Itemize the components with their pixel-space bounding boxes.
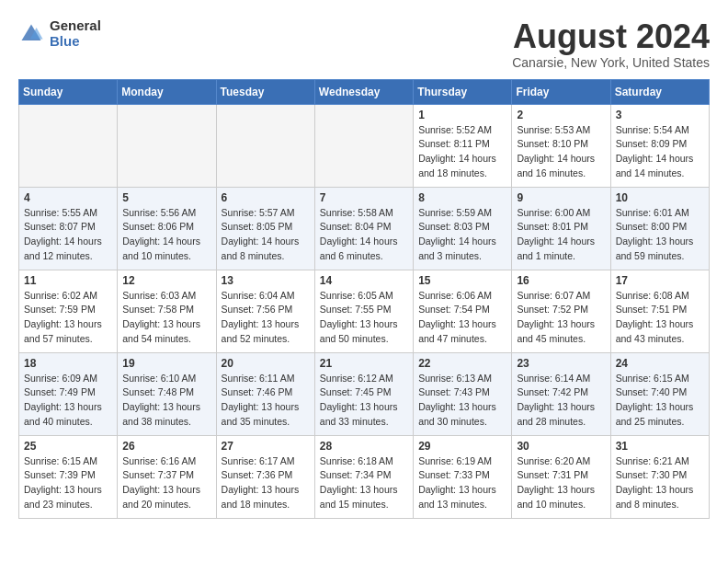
day-number: 18 — [24, 357, 112, 370]
day-number: 8 — [418, 191, 506, 204]
day-header-wednesday: Wednesday — [314, 79, 413, 104]
calendar-cell: 12Sunrise: 6:03 AMSunset: 7:58 PMDayligh… — [118, 270, 216, 352]
logo-icon — [18, 21, 44, 47]
day-number: 24 — [616, 357, 704, 370]
week-row-5: 25Sunrise: 6:15 AMSunset: 7:39 PMDayligh… — [19, 435, 710, 518]
calendar-cell: 16Sunrise: 6:07 AMSunset: 7:52 PMDayligh… — [512, 270, 610, 352]
day-info: Sunrise: 6:00 AMSunset: 8:01 PMDaylight:… — [517, 206, 605, 264]
calendar-cell: 3Sunrise: 5:54 AMSunset: 8:09 PMDaylight… — [610, 104, 709, 187]
day-info: Sunrise: 6:20 AMSunset: 7:31 PMDaylight:… — [517, 454, 605, 512]
day-info: Sunrise: 6:02 AMSunset: 7:59 PMDaylight:… — [24, 289, 112, 347]
calendar-cell: 17Sunrise: 6:08 AMSunset: 7:51 PMDayligh… — [610, 270, 709, 352]
day-header-friday: Friday — [512, 79, 610, 104]
calendar-cell — [19, 104, 118, 187]
day-info: Sunrise: 6:14 AMSunset: 7:42 PMDaylight:… — [517, 372, 605, 430]
day-info: Sunrise: 6:03 AMSunset: 7:58 PMDaylight:… — [122, 289, 210, 347]
month-title: August 2024 — [512, 18, 710, 55]
calendar-cell: 22Sunrise: 6:13 AMSunset: 7:43 PMDayligh… — [414, 352, 512, 435]
day-number: 12 — [122, 274, 210, 287]
calendar-cell: 28Sunrise: 6:18 AMSunset: 7:34 PMDayligh… — [314, 435, 413, 518]
day-number: 26 — [122, 440, 210, 453]
header-row: SundayMondayTuesdayWednesdayThursdayFrid… — [19, 79, 710, 104]
day-info: Sunrise: 5:54 AMSunset: 8:09 PMDaylight:… — [616, 123, 704, 181]
calendar-cell: 20Sunrise: 6:11 AMSunset: 7:46 PMDayligh… — [216, 352, 314, 435]
day-number: 9 — [517, 191, 605, 204]
week-row-4: 18Sunrise: 6:09 AMSunset: 7:49 PMDayligh… — [19, 352, 710, 435]
calendar-cell: 14Sunrise: 6:05 AMSunset: 7:55 PMDayligh… — [314, 270, 413, 352]
day-number: 21 — [320, 357, 408, 370]
day-number: 22 — [418, 357, 506, 370]
day-info: Sunrise: 6:17 AMSunset: 7:36 PMDaylight:… — [222, 454, 310, 512]
day-number: 1 — [418, 109, 506, 121]
day-number: 23 — [517, 357, 605, 370]
calendar-cell: 21Sunrise: 6:12 AMSunset: 7:45 PMDayligh… — [314, 352, 413, 435]
calendar-cell: 6Sunrise: 5:57 AMSunset: 8:05 PMDaylight… — [216, 187, 314, 270]
calendar-cell: 19Sunrise: 6:10 AMSunset: 7:48 PMDayligh… — [118, 352, 216, 435]
day-number: 28 — [320, 440, 408, 453]
day-info: Sunrise: 5:58 AMSunset: 8:04 PMDaylight:… — [320, 206, 408, 264]
day-info: Sunrise: 6:18 AMSunset: 7:34 PMDaylight:… — [320, 454, 408, 512]
calendar-cell: 13Sunrise: 6:04 AMSunset: 7:56 PMDayligh… — [216, 270, 314, 352]
day-header-sunday: Sunday — [19, 79, 118, 104]
day-header-saturday: Saturday — [610, 79, 709, 104]
day-number: 2 — [517, 109, 605, 121]
day-info: Sunrise: 6:15 AMSunset: 7:39 PMDaylight:… — [24, 454, 112, 512]
day-number: 14 — [320, 274, 408, 287]
calendar-cell: 2Sunrise: 5:53 AMSunset: 8:10 PMDaylight… — [512, 104, 610, 187]
day-number: 5 — [122, 191, 210, 204]
calendar-cell: 8Sunrise: 5:59 AMSunset: 8:03 PMDaylight… — [414, 187, 512, 270]
calendar-cell: 27Sunrise: 6:17 AMSunset: 7:36 PMDayligh… — [216, 435, 314, 518]
day-info: Sunrise: 5:57 AMSunset: 8:05 PMDaylight:… — [222, 206, 310, 264]
day-info: Sunrise: 6:09 AMSunset: 7:49 PMDaylight:… — [24, 372, 112, 430]
location-title: Canarsie, New York, United States — [512, 55, 710, 70]
calendar-cell: 24Sunrise: 6:15 AMSunset: 7:40 PMDayligh… — [610, 352, 709, 435]
day-number: 19 — [122, 357, 210, 370]
logo-text: General Blue — [50, 18, 101, 49]
day-info: Sunrise: 6:05 AMSunset: 7:55 PMDaylight:… — [320, 289, 408, 347]
calendar-cell: 29Sunrise: 6:19 AMSunset: 7:33 PMDayligh… — [414, 435, 512, 518]
logo-general-text: General — [50, 18, 101, 34]
calendar-cell: 30Sunrise: 6:20 AMSunset: 7:31 PMDayligh… — [512, 435, 610, 518]
title-area: August 2024 Canarsie, New York, United S… — [512, 18, 710, 70]
day-number: 15 — [418, 274, 506, 287]
calendar-cell: 10Sunrise: 6:01 AMSunset: 8:00 PMDayligh… — [610, 187, 709, 270]
day-info: Sunrise: 6:16 AMSunset: 7:37 PMDaylight:… — [122, 454, 210, 512]
calendar-cell: 11Sunrise: 6:02 AMSunset: 7:59 PMDayligh… — [19, 270, 118, 352]
day-info: Sunrise: 5:59 AMSunset: 8:03 PMDaylight:… — [418, 206, 506, 264]
day-info: Sunrise: 6:12 AMSunset: 7:45 PMDaylight:… — [320, 372, 408, 430]
day-info: Sunrise: 6:15 AMSunset: 7:40 PMDaylight:… — [616, 372, 704, 430]
page-header: General Blue August 2024 Canarsie, New Y… — [18, 18, 710, 70]
day-header-monday: Monday — [118, 79, 216, 104]
calendar-cell: 31Sunrise: 6:21 AMSunset: 7:30 PMDayligh… — [610, 435, 709, 518]
day-info: Sunrise: 5:55 AMSunset: 8:07 PMDaylight:… — [24, 206, 112, 264]
day-info: Sunrise: 6:19 AMSunset: 7:33 PMDaylight:… — [418, 454, 506, 512]
calendar-cell: 26Sunrise: 6:16 AMSunset: 7:37 PMDayligh… — [118, 435, 216, 518]
day-number: 30 — [517, 440, 605, 453]
day-number: 7 — [320, 191, 408, 204]
calendar-cell: 7Sunrise: 5:58 AMSunset: 8:04 PMDaylight… — [314, 187, 413, 270]
day-info: Sunrise: 5:52 AMSunset: 8:11 PMDaylight:… — [418, 123, 506, 181]
calendar-cell: 9Sunrise: 6:00 AMSunset: 8:01 PMDaylight… — [512, 187, 610, 270]
week-row-3: 11Sunrise: 6:02 AMSunset: 7:59 PMDayligh… — [19, 270, 710, 352]
day-number: 3 — [616, 109, 704, 121]
calendar-table: SundayMondayTuesdayWednesdayThursdayFrid… — [18, 79, 710, 519]
calendar-cell: 1Sunrise: 5:52 AMSunset: 8:11 PMDaylight… — [414, 104, 512, 187]
day-info: Sunrise: 5:53 AMSunset: 8:10 PMDaylight:… — [517, 123, 605, 181]
calendar-cell — [216, 104, 314, 187]
calendar-cell: 5Sunrise: 5:56 AMSunset: 8:06 PMDaylight… — [118, 187, 216, 270]
day-number: 4 — [24, 191, 112, 204]
calendar-cell: 15Sunrise: 6:06 AMSunset: 7:54 PMDayligh… — [414, 270, 512, 352]
day-info: Sunrise: 6:13 AMSunset: 7:43 PMDaylight:… — [418, 372, 506, 430]
day-info: Sunrise: 6:06 AMSunset: 7:54 PMDaylight:… — [418, 289, 506, 347]
day-number: 31 — [616, 440, 704, 453]
day-number: 20 — [222, 357, 310, 370]
day-info: Sunrise: 6:07 AMSunset: 7:52 PMDaylight:… — [517, 289, 605, 347]
day-info: Sunrise: 6:11 AMSunset: 7:46 PMDaylight:… — [222, 372, 310, 430]
day-info: Sunrise: 6:08 AMSunset: 7:51 PMDaylight:… — [616, 289, 704, 347]
day-number: 27 — [222, 440, 310, 453]
day-info: Sunrise: 6:10 AMSunset: 7:48 PMDaylight:… — [122, 372, 210, 430]
day-number: 11 — [24, 274, 112, 287]
calendar-cell: 23Sunrise: 6:14 AMSunset: 7:42 PMDayligh… — [512, 352, 610, 435]
day-number: 25 — [24, 440, 112, 453]
logo-blue-text: Blue — [50, 34, 101, 50]
